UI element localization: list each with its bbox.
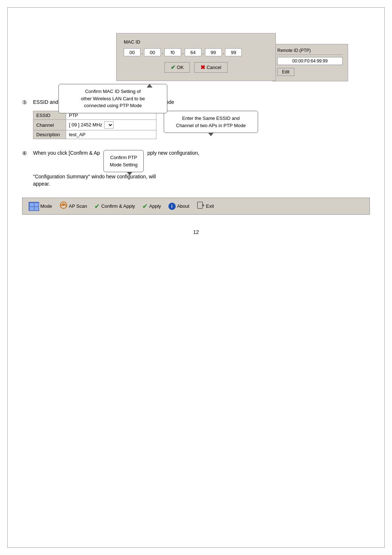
apply-icon: ✔ <box>142 202 148 210</box>
section3-text-row2: "Configuration Summary" windo hew config… <box>33 174 370 179</box>
exit-icon <box>197 201 205 211</box>
cancel-button[interactable]: ✖ Cancel <box>194 62 227 73</box>
mac-dialog: MAC ID . . . . . ✔ OK ✖ <box>116 33 276 81</box>
toolbar-item-mode[interactable]: Mode <box>25 200 56 212</box>
exit-label: Exit <box>206 203 214 209</box>
callout-ptp-line1: Confirm PTP <box>110 155 137 160</box>
section1-mac: MAC ID . . . . . ✔ OK ✖ <box>22 33 370 81</box>
ap-scan-icon <box>60 201 68 211</box>
section3-confirm: ⑥ When you click [Confirm & Ap Confirm P… <box>22 150 370 187</box>
mode-icon <box>29 202 39 211</box>
about-label: About <box>177 203 189 209</box>
section3-text-p1: When you click [Confirm & Ap <box>33 150 100 156</box>
description-label: Description <box>33 130 66 139</box>
channel-label: Channel <box>33 120 66 130</box>
svg-point-6 <box>63 204 64 206</box>
svg-rect-7 <box>197 202 203 208</box>
mac-dot-1: . <box>142 49 143 55</box>
toolbar: Mode AP Scan ✔ Confirm & Apply ✔ Apply <box>22 198 370 215</box>
channel-value: [ 09 ] 2452 MHz <box>66 120 156 130</box>
page-border: MAC ID . . . . . ✔ OK ✖ <box>7 7 385 548</box>
toolbar-item-confirm-apply[interactable]: ✔ Confirm & Apply <box>91 200 138 212</box>
mac-buttons: ✔ OK ✖ Cancel <box>124 62 268 73</box>
section3-circle: ⑥ <box>22 150 30 157</box>
mac-field-1[interactable] <box>124 48 140 56</box>
page-number-value: 12 <box>193 229 199 235</box>
section3-text-p2: pply new configuration, <box>147 150 199 156</box>
toolbar-item-apply[interactable]: ✔ Apply <box>139 200 164 212</box>
edit-button[interactable]: Edit <box>277 68 294 76</box>
confirm-icon: ✔ <box>94 202 100 210</box>
ok-label: OK <box>177 65 184 70</box>
remote-id-panel: Remote ID (PTP) 00:00:F0:64:99:99 Edit <box>272 44 348 81</box>
mac-field-2[interactable] <box>144 48 161 56</box>
table-row: Channel [ 09 ] 2452 MHz <box>33 120 156 130</box>
about-icon: i <box>168 203 176 210</box>
callout-mac-line3: connected using PTP Mode <box>84 103 142 108</box>
callout-mac-line1: Confirm MAC ID Setting of <box>85 89 140 94</box>
callout-ptp: Confirm PTP Mode Setting <box>103 150 144 172</box>
mac-dot-5: . <box>223 49 224 55</box>
toolbar-item-ap-scan[interactable]: AP Scan <box>56 199 90 213</box>
apply-label: Apply <box>149 203 161 209</box>
mac-dot-2: . <box>162 49 163 55</box>
mac-dialog-title: MAC ID <box>124 39 268 45</box>
remote-id-value: 00:00:F0:64:99:99 <box>277 57 343 65</box>
callout-ptp-line2: Mode Setting <box>110 162 138 167</box>
mac-dot-4: . <box>203 49 204 55</box>
x-icon: ✖ <box>200 64 205 71</box>
mac-field-6[interactable] <box>225 48 242 56</box>
svg-rect-2 <box>34 203 38 206</box>
cancel-label: Cancel <box>207 65 221 70</box>
mac-field-3[interactable] <box>164 48 181 56</box>
check-icon: ✔ <box>171 64 175 71</box>
essid-table: ESSID PTP Channel [ 09 ] 2452 MHz Descri… <box>33 111 156 139</box>
svg-rect-3 <box>30 207 34 210</box>
section3-text-p3: "Configuration Summary" windo <box>33 174 105 179</box>
ok-button[interactable]: ✔ OK <box>164 62 190 73</box>
mac-field-5[interactable] <box>205 48 222 56</box>
confirm-apply-label: Confirm & Apply <box>101 203 135 209</box>
svg-rect-4 <box>34 207 38 210</box>
page-number: 12 <box>22 229 370 235</box>
mode-label: Mode <box>40 203 52 209</box>
section3-text-p5: appear. <box>33 181 50 187</box>
callout-essid: Enter the Same ESSID and Channel of two … <box>164 111 258 133</box>
table-row: Description test_AP <box>33 130 156 139</box>
ap-scan-label: AP Scan <box>69 203 87 209</box>
callout-mac: Confirm MAC ID Setting of other Wireless… <box>58 84 167 113</box>
mac-fields: . . . . . <box>124 48 268 56</box>
callout-mac-line2: other Wireless LAN Card to be <box>81 96 145 101</box>
channel-select[interactable] <box>104 121 114 129</box>
remote-panel-title: Remote ID (PTP) <box>277 48 343 55</box>
svg-rect-1 <box>30 203 34 206</box>
description-value: test_AP <box>66 130 156 139</box>
mac-field-4[interactable] <box>185 48 201 56</box>
section2-circle: ⑤ <box>22 99 30 106</box>
callout-essid-line2: Channel of two APs in PTP Mode <box>176 123 246 128</box>
section3-text-row3: appear. <box>33 181 370 187</box>
callout-essid-line1: Enter the Same ESSID and <box>182 116 240 121</box>
toolbar-item-exit[interactable]: Exit <box>193 199 217 213</box>
essid-area: ESSID PTP Channel [ 09 ] 2452 MHz Descri… <box>33 111 370 139</box>
toolbar-item-about[interactable]: i About <box>165 201 193 212</box>
mac-dot-3: . <box>182 49 184 55</box>
